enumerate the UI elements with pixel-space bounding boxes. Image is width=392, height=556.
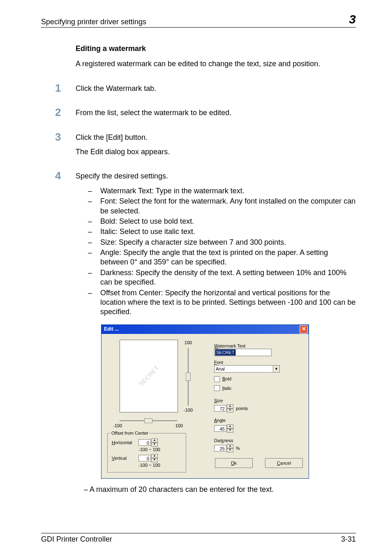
horizontal-offset-slider[interactable]	[120, 420, 177, 421]
cancel-button[interactable]: Cancel	[265, 458, 303, 468]
spin-up-icon[interactable]: ▲	[227, 404, 233, 408]
edit-dialog: Edit ... ✕ SECRET	[101, 324, 309, 479]
step-2: 2 From the list, select the watermark to…	[55, 106, 356, 123]
dialog-titlebar: Edit ... ✕	[101, 325, 309, 334]
darkness-spinner[interactable]: 25 ▲ ▼	[214, 444, 233, 452]
section-intro: A registered watermark can be edited to …	[76, 59, 356, 69]
italic-checkbox[interactable]	[214, 385, 220, 391]
preview-text: SECRET	[137, 364, 160, 388]
spinner-value[interactable]: 0	[138, 439, 151, 446]
spin-down-icon[interactable]: ▼	[151, 442, 158, 447]
vertical-range: -100 ~ 100	[138, 462, 182, 468]
offset-from-center-group: Offset from Center Horizontal 0 ▲ ▼	[107, 433, 186, 473]
bold-checkbox[interactable]	[214, 376, 220, 382]
slider-thumb[interactable]	[186, 373, 191, 381]
spinner-value[interactable]: 25	[214, 445, 226, 452]
horizontal-offset-spinner[interactable]: 0 ▲ ▼	[138, 438, 158, 447]
bullet-item: Font: Select the font for the watermark.…	[88, 197, 356, 216]
bullet-item: Angle: Specify the angle that the text i…	[88, 248, 356, 267]
bullet-item: Offset from Center: Specify the horizont…	[88, 288, 356, 317]
step-number: 3	[55, 130, 76, 144]
step-text: Specify the desired settings.	[76, 171, 356, 181]
slider-min-label: -100	[184, 407, 193, 413]
spin-up-icon[interactable]: ▲	[227, 444, 233, 448]
step-3: 3 Click the [Edit] button. The Edit dial…	[55, 130, 356, 162]
step-1: 1 Click the Watermark tab.	[55, 81, 356, 98]
step-text: From the list, select the watermark to b…	[76, 108, 356, 118]
spinner-value[interactable]: 45	[214, 425, 226, 432]
spinner-value[interactable]: 72	[214, 405, 226, 412]
font-select[interactable]: Arial ▼	[214, 365, 280, 373]
close-button[interactable]: ✕	[300, 325, 308, 334]
size-spinner[interactable]: 72 ▲ ▼	[214, 404, 233, 412]
watermark-text-label: Watermark Text	[214, 343, 303, 349]
bullet-item: Darkness: Specify the density of the tex…	[88, 268, 356, 287]
watermark-preview: SECRET	[120, 340, 178, 412]
spin-up-icon[interactable]: ▲	[151, 438, 158, 442]
step-4: 4 Specify the desired settings. Watermar…	[55, 169, 356, 494]
slider-max-label: 100	[184, 340, 192, 345]
groupbox-title: Offset from Center	[110, 430, 150, 436]
ok-button[interactable]: Ok	[215, 458, 253, 468]
bullet-item: Bold: Select to use bold text.	[88, 217, 356, 226]
spin-up-icon[interactable]: ▲	[227, 424, 233, 429]
horizontal-range: -100 ~ 100	[138, 447, 182, 452]
darkness-unit: %	[236, 445, 240, 451]
bullet-item: Italic: Select to use italic text.	[88, 227, 356, 236]
slider-min-label: -100	[113, 423, 122, 429]
vertical-label: Vertical	[112, 455, 138, 461]
watermark-text-value: SECRET	[215, 349, 236, 356]
spin-down-icon[interactable]: ▼	[151, 458, 158, 462]
vertical-offset-spinner[interactable]: 0 ▲ ▼	[138, 454, 158, 462]
footer-right: 3-31	[341, 535, 356, 544]
chapter-number: 3	[349, 12, 356, 26]
bold-label: Bold	[222, 376, 231, 382]
step-text: Click the Watermark tab.	[76, 84, 356, 93]
spin-down-icon[interactable]: ▼	[227, 429, 233, 433]
step-number: 1	[55, 81, 76, 95]
spin-down-icon[interactable]: ▼	[227, 448, 233, 452]
step-number: 2	[55, 106, 76, 120]
dialog-title: Edit ...	[104, 326, 119, 333]
note-item: A maximum of 20 characters can be entere…	[84, 485, 356, 494]
angle-spinner[interactable]: 45 ▲ ▼	[214, 424, 233, 433]
chevron-down-icon[interactable]: ▼	[273, 366, 279, 372]
bullet-item: Watermark Text: Type in the watermark te…	[88, 186, 356, 196]
vertical-offset-slider[interactable]: 100 -100	[178, 340, 198, 413]
spin-down-icon[interactable]: ▼	[227, 408, 233, 412]
font-value: Arial	[216, 366, 225, 372]
spin-up-icon[interactable]: ▲	[151, 454, 158, 458]
running-head: Specifying printer driver settings	[41, 18, 146, 26]
step-text: Click the [Edit] button.	[76, 133, 356, 142]
slider-thumb[interactable]	[144, 418, 152, 423]
spinner-value[interactable]: 0	[138, 455, 151, 461]
angle-label: Angle	[214, 417, 303, 423]
font-label: Font	[214, 359, 303, 365]
size-label: Size	[214, 398, 303, 403]
horizontal-label: Horizontal	[112, 440, 138, 445]
step-number: 4	[55, 169, 76, 183]
darkness-label: Darkness	[214, 438, 303, 443]
step-text: The Edit dialog box appears.	[76, 147, 356, 157]
footer-left: GDI Printer Controller	[41, 535, 112, 544]
italic-label: Italic	[222, 385, 232, 391]
close-icon: ✕	[302, 326, 306, 333]
section-heading: Editing a watermark	[76, 44, 356, 53]
size-unit: points	[236, 405, 248, 411]
bullet-item: Size: Specify a character size between 7…	[88, 238, 356, 247]
watermark-text-input[interactable]: SECRET	[214, 349, 272, 356]
slider-max-label: 100	[175, 423, 183, 429]
